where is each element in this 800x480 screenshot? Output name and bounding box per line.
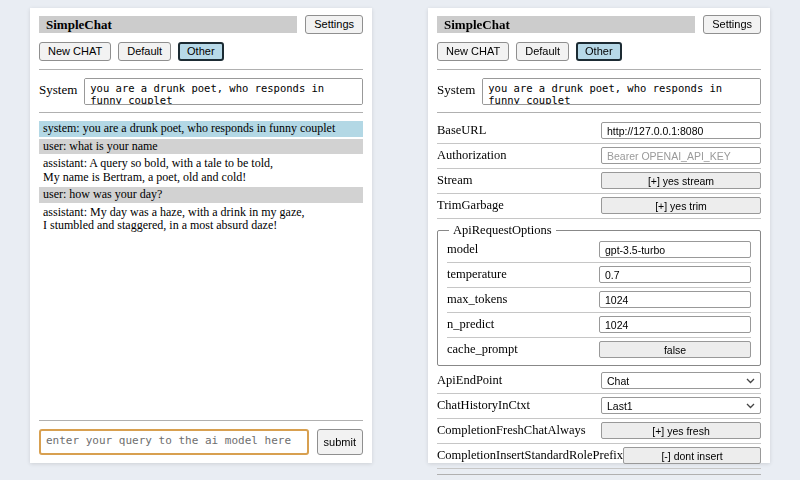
- stream-label: Stream: [437, 173, 472, 188]
- chevron-down-icon: [746, 403, 755, 409]
- session-toolbar: New CHAT Default Other: [437, 42, 761, 61]
- message-line: assistant: A query so bold, with a tale …: [43, 157, 359, 171]
- message-user: user: how was your day?: [39, 187, 363, 203]
- setting-completion-insert: CompletionInsertStandardRolePrefix [-] d…: [437, 444, 761, 469]
- system-prompt-input[interactable]: you are a drunk poet, who responds in fu…: [84, 78, 363, 105]
- chat-history-select[interactable]: Last1: [601, 397, 761, 414]
- message-line: My name is Bertram, a poet, old and cold…: [43, 171, 359, 185]
- authorization-input[interactable]: [601, 147, 761, 164]
- divider: [437, 112, 761, 113]
- message-system: system: you are a drunk poet, who respon…: [39, 121, 363, 137]
- settings-list: BaseURL Authorization Stream [+] yes str…: [437, 119, 761, 469]
- max-tokens-input[interactable]: [599, 291, 751, 308]
- chat-header: SimpleChat Settings: [39, 15, 363, 34]
- cache-prompt-toggle-button[interactable]: false: [599, 341, 751, 358]
- settings-button[interactable]: Settings: [305, 15, 363, 34]
- setting-max-tokens: max_tokens: [447, 288, 751, 313]
- setting-api-endpoint: ApiEndPoint Chat: [437, 369, 761, 394]
- baseurl-input[interactable]: [601, 122, 761, 139]
- session-other-button[interactable]: Other: [178, 42, 224, 61]
- query-input[interactable]: [39, 429, 309, 455]
- system-prompt-row: System you are a drunk poet, who respond…: [39, 78, 363, 105]
- new-chat-button[interactable]: New CHAT: [437, 42, 509, 61]
- system-prompt-input[interactable]: you are a drunk poet, who responds in fu…: [482, 78, 761, 105]
- app-title: SimpleChat: [437, 16, 695, 33]
- chat-message-list: system: you are a drunk poet, who respon…: [39, 121, 363, 415]
- setting-cache-prompt: cache_prompt false: [447, 338, 751, 362]
- setting-temperature: temperature: [447, 263, 751, 288]
- completion-fresh-toggle-button[interactable]: [+] yes fresh: [601, 422, 761, 439]
- divider: [437, 474, 761, 475]
- setting-chat-history: ChatHistoryInCtxt Last1: [437, 394, 761, 419]
- session-default-button[interactable]: Default: [118, 42, 171, 61]
- temperature-input[interactable]: [599, 266, 751, 283]
- chat-history-selected-value: Last1: [607, 400, 633, 412]
- page: SimpleChat Settings New CHAT Default Oth…: [0, 0, 800, 480]
- submit-button[interactable]: submit: [317, 429, 363, 455]
- setting-model: model: [447, 238, 751, 263]
- trimgarbage-label: TrimGarbage: [437, 198, 504, 213]
- settings-button[interactable]: Settings: [703, 15, 761, 34]
- system-prompt-row: System you are a drunk poet, who respond…: [437, 78, 761, 105]
- settings-panel: SimpleChat Settings New CHAT Default Oth…: [428, 8, 770, 463]
- completion-fresh-label: CompletionFreshChatAlways: [437, 423, 586, 438]
- chat-history-label: ChatHistoryInCtxt: [437, 398, 530, 413]
- api-request-options-legend: ApiRequestOptions: [449, 223, 556, 238]
- session-default-button[interactable]: Default: [516, 42, 569, 61]
- setting-trimgarbage: TrimGarbage [+] yes trim: [437, 194, 761, 219]
- setting-baseurl: BaseURL: [437, 119, 761, 144]
- message-assistant: assistant: My day was a haze, with a dri…: [39, 205, 363, 234]
- temperature-label: temperature: [447, 267, 507, 282]
- message-user: user: what is your name: [39, 139, 363, 155]
- chevron-down-icon: [746, 378, 755, 384]
- n-predict-label: n_predict: [447, 317, 494, 332]
- model-input[interactable]: [599, 241, 751, 258]
- setting-stream: Stream [+] yes stream: [437, 169, 761, 194]
- message-assistant: assistant: A query so bold, with a tale …: [39, 156, 363, 185]
- divider: [39, 69, 363, 70]
- new-chat-button[interactable]: New CHAT: [39, 42, 111, 61]
- api-endpoint-selected-value: Chat: [607, 375, 629, 387]
- api-request-options-group: ApiRequestOptions model temperature max_…: [437, 223, 761, 366]
- session-toolbar: New CHAT Default Other: [39, 42, 363, 61]
- system-label: System: [437, 78, 475, 98]
- model-label: model: [447, 242, 478, 257]
- baseurl-label: BaseURL: [437, 123, 486, 138]
- completion-insert-toggle-button[interactable]: [-] dont insert: [623, 447, 761, 464]
- session-other-button[interactable]: Other: [576, 42, 622, 61]
- query-row: submit: [39, 429, 363, 455]
- chat-panel: SimpleChat Settings New CHAT Default Oth…: [30, 8, 372, 463]
- api-endpoint-select[interactable]: Chat: [601, 372, 761, 389]
- message-line: I stumbled and staggered, in a most absu…: [43, 219, 359, 233]
- divider: [39, 420, 363, 421]
- trimgarbage-toggle-button[interactable]: [+] yes trim: [601, 197, 761, 214]
- cache-prompt-label: cache_prompt: [447, 342, 518, 357]
- stream-toggle-button[interactable]: [+] yes stream: [601, 172, 761, 189]
- max-tokens-label: max_tokens: [447, 292, 507, 307]
- setting-completion-fresh: CompletionFreshChatAlways [+] yes fresh: [437, 419, 761, 444]
- settings-header: SimpleChat Settings: [437, 15, 761, 34]
- divider: [39, 112, 363, 113]
- system-label: System: [39, 78, 77, 98]
- message-line: assistant: My day was a haze, with a dri…: [43, 206, 359, 220]
- app-title: SimpleChat: [39, 16, 297, 33]
- completion-insert-label: CompletionInsertStandardRolePrefix: [437, 448, 623, 463]
- n-predict-input[interactable]: [599, 316, 751, 333]
- divider: [437, 69, 761, 70]
- authorization-label: Authorization: [437, 148, 506, 163]
- setting-authorization: Authorization: [437, 144, 761, 169]
- api-endpoint-label: ApiEndPoint: [437, 373, 502, 388]
- setting-n-predict: n_predict: [447, 313, 751, 338]
